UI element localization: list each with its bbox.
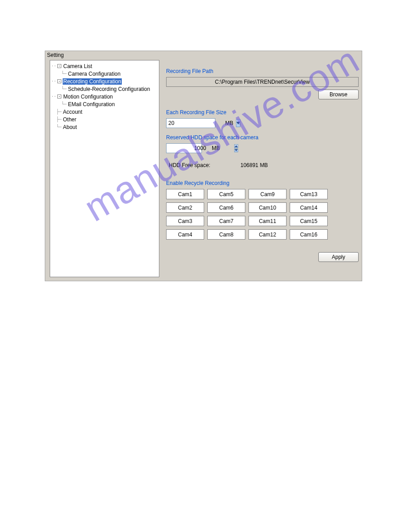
- collapse-icon[interactable]: -: [57, 94, 61, 99]
- tree-item-other[interactable]: ├─ Other: [51, 116, 158, 123]
- file-size-combo[interactable]: [166, 118, 215, 128]
- cam13-button[interactable]: Cam13: [290, 189, 328, 199]
- label-recording-file-path: Recording File Path: [166, 68, 359, 74]
- cam7-button[interactable]: Cam7: [207, 216, 245, 226]
- cam8-button[interactable]: Cam8: [207, 229, 245, 240]
- cam10-button[interactable]: Cam10: [248, 202, 287, 213]
- label-each-file-size: Each Recording File Size: [166, 109, 359, 116]
- cam12-button[interactable]: Cam12: [248, 229, 287, 240]
- label-reserved-hdd: Reserved HDD space for each camera: [166, 134, 359, 141]
- cam16-button[interactable]: Cam16: [290, 229, 328, 240]
- label-hdd-free: HDD Free space:: [169, 162, 240, 168]
- chevron-down-icon[interactable]: [236, 119, 240, 127]
- cam1-button[interactable]: Cam1: [166, 189, 204, 199]
- chevron-up-icon[interactable]: [234, 144, 238, 148]
- content-area: Recording File Path C:\Program Files\TRE…: [166, 60, 359, 277]
- browse-button[interactable]: Browse: [318, 90, 359, 99]
- cam15-button[interactable]: Cam15: [290, 216, 328, 226]
- unit-mb: MB: [225, 120, 233, 126]
- tree-item-account[interactable]: ├─ Account: [51, 108, 158, 116]
- cam11-button[interactable]: Cam11: [248, 216, 287, 226]
- tree-item-camera-config[interactable]: └─ Camera Configuration: [51, 70, 158, 77]
- collapse-icon[interactable]: -: [57, 64, 61, 68]
- value-hdd-free: 106891 MB: [240, 162, 268, 168]
- apply-button[interactable]: Apply: [318, 252, 359, 262]
- cam4-button[interactable]: Cam4: [166, 229, 204, 240]
- cam6-button[interactable]: Cam6: [207, 202, 245, 213]
- tree-item-email-config[interactable]: └─ EMail Configuration: [51, 100, 158, 108]
- reserved-space-input[interactable]: [167, 144, 234, 153]
- cam3-button[interactable]: Cam3: [166, 216, 204, 226]
- tree-item-schedule-recording[interactable]: └─ Schedule-Recording Configuration: [51, 85, 158, 93]
- tree-item-about[interactable]: └─ About: [51, 123, 158, 131]
- unit-mb: MB: [212, 145, 220, 151]
- file-path-display: C:\Program Files\TRENDnet\SecurView: [166, 77, 359, 87]
- cam14-button[interactable]: Cam14: [290, 202, 328, 213]
- cam5-button[interactable]: Cam5: [207, 189, 245, 199]
- reserved-space-spinner[interactable]: [166, 143, 202, 153]
- tree-item-recording-config[interactable]: ·· - Recording Configuration: [51, 77, 158, 85]
- label-enable-recycle: Enable Recycle Recording: [166, 180, 359, 186]
- cam9-button[interactable]: Cam9: [248, 189, 287, 199]
- cam2-button[interactable]: Cam2: [166, 202, 204, 213]
- collapse-icon[interactable]: -: [57, 79, 61, 83]
- nav-tree[interactable]: ·· - Camera List └─ Camera Configuration…: [50, 60, 159, 277]
- tree-item-camera-list[interactable]: ·· - Camera List: [51, 62, 158, 70]
- settings-panel: Setting ·· - Camera List └─ Camera Confi…: [45, 51, 362, 281]
- camera-grid: Cam1 Cam2 Cam3 Cam4 Cam5 Cam6 Cam7 Cam8 …: [166, 189, 359, 240]
- chevron-down-icon[interactable]: [234, 149, 238, 153]
- panel-title: Setting: [45, 51, 362, 59]
- tree-item-motion-config[interactable]: ·· - Motion Configuration: [51, 93, 158, 100]
